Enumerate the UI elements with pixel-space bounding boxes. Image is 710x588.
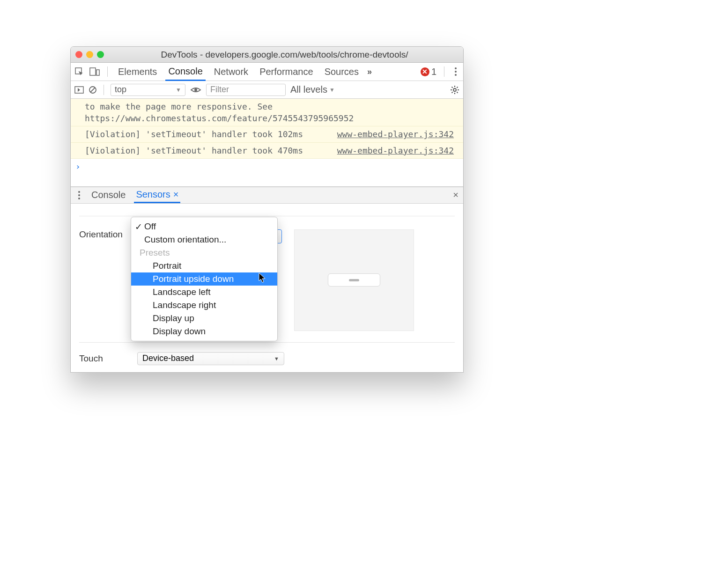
window-title: DevTools - developers.google.com/web/too…: [111, 50, 459, 60]
log-levels-select[interactable]: All levels ▼: [290, 84, 335, 95]
context-value: top: [115, 85, 126, 95]
svg-rect-1: [90, 68, 96, 75]
main-tab-bar: Elements Console Network Performance Sou…: [71, 63, 463, 81]
orientation-preview: [294, 229, 414, 331]
title-bar: DevTools - developers.google.com/web/too…: [71, 47, 463, 63]
tab-console[interactable]: Console: [165, 63, 205, 81]
touch-label: Touch: [79, 353, 126, 364]
log-row: [Violation] 'setTimeout' handler took 10…: [71, 126, 463, 142]
device-toolbar-icon[interactable]: [89, 67, 100, 76]
error-badge[interactable]: ✕ 1: [421, 66, 436, 77]
select-element-icon[interactable]: [74, 67, 84, 76]
error-icon: ✕: [421, 67, 429, 76]
minimize-window-icon[interactable]: [86, 51, 93, 58]
close-tab-icon[interactable]: ×: [173, 189, 179, 200]
touch-select[interactable]: Device-based ▼: [137, 352, 284, 365]
zoom-window-icon[interactable]: [97, 51, 104, 58]
close-drawer-icon[interactable]: ×: [453, 190, 459, 200]
svg-line-15: [457, 87, 458, 88]
tab-sources[interactable]: Sources: [322, 63, 362, 81]
devtools-window: DevTools - developers.google.com/web/too…: [70, 46, 464, 373]
more-menu-icon[interactable]: [452, 67, 459, 76]
log-message: [Violation] 'setTimeout' handler took 10…: [85, 128, 337, 140]
option-custom[interactable]: Custom orientation...: [131, 233, 277, 246]
option-landscape-left[interactable]: Landscape left: [131, 286, 277, 299]
speaker-icon: [349, 279, 359, 281]
log-message: to make the page more responsive. See ht…: [85, 101, 454, 124]
dropdown-caret-icon: ▼: [274, 356, 279, 361]
sensors-panel: Orientation Off ▼ Off Custom orientation…: [71, 204, 463, 334]
log-source-link[interactable]: www-embed-player.js:342: [337, 145, 454, 156]
drawer-tab-sensors[interactable]: Sensors ×: [134, 187, 180, 203]
tab-performance[interactable]: Performance: [257, 63, 316, 81]
touch-row: Touch Device-based ▼: [79, 342, 455, 365]
option-landscape-right[interactable]: Landscape right: [131, 299, 277, 312]
tab-network[interactable]: Network: [211, 63, 251, 81]
svg-line-12: [452, 87, 453, 88]
window-controls: [75, 51, 104, 58]
console-prompt[interactable]: ›: [71, 159, 463, 174]
console-toolbar: top ▼ Filter All levels ▼: [71, 81, 463, 99]
drawer-tab-bar: Console Sensors × ×: [71, 186, 463, 204]
device-mockup: [328, 273, 380, 287]
filter-input[interactable]: Filter: [206, 84, 286, 96]
error-count: 1: [431, 66, 436, 77]
drawer-menu-icon[interactable]: [75, 191, 83, 199]
log-message: [Violation] 'setTimeout' handler took 47…: [85, 145, 337, 156]
presets-header: Presets: [131, 246, 277, 259]
dropdown-caret-icon: ▼: [176, 87, 181, 93]
touch-value: Device-based: [142, 353, 194, 363]
svg-line-14: [452, 92, 453, 93]
option-display-up[interactable]: Display up: [131, 312, 277, 325]
drawer-tab-console[interactable]: Console: [89, 187, 127, 203]
sidebar-toggle-icon[interactable]: [74, 86, 84, 94]
levels-label: All levels: [290, 84, 327, 95]
clear-console-icon[interactable]: [89, 86, 97, 94]
orientation-label: Orientation: [79, 229, 123, 331]
log-source-link[interactable]: www-embed-player.js:342: [337, 128, 454, 140]
option-portrait[interactable]: Portrait: [131, 259, 277, 272]
filter-placeholder: Filter: [210, 85, 229, 95]
close-window-icon[interactable]: [75, 51, 82, 58]
option-portrait-upside-down[interactable]: Portrait upside down: [131, 272, 277, 286]
tabs-overflow-icon[interactable]: »: [367, 67, 372, 77]
option-display-down[interactable]: Display down: [131, 325, 277, 338]
svg-line-5: [90, 88, 95, 92]
tab-label: Sensors: [136, 189, 170, 200]
tab-elements[interactable]: Elements: [115, 63, 160, 81]
separator: [104, 85, 104, 95]
settings-gear-icon[interactable]: [450, 85, 459, 95]
context-select[interactable]: top ▼: [111, 84, 185, 96]
svg-line-13: [457, 92, 458, 93]
live-expression-icon[interactable]: [190, 86, 201, 94]
dropdown-caret-icon: ▼: [329, 87, 335, 93]
orientation-dropdown: Off Custom orientation... Presets Portra…: [131, 217, 278, 341]
svg-point-7: [453, 88, 456, 91]
console-log-area: to make the page more responsive. See ht…: [71, 99, 463, 159]
separator: [444, 66, 444, 77]
option-off[interactable]: Off: [131, 220, 277, 233]
log-row: to make the page more responsive. See ht…: [71, 99, 463, 126]
svg-point-6: [194, 88, 197, 91]
separator: [107, 66, 108, 77]
log-row: [Violation] 'setTimeout' handler took 47…: [71, 143, 463, 159]
svg-rect-2: [96, 70, 99, 75]
